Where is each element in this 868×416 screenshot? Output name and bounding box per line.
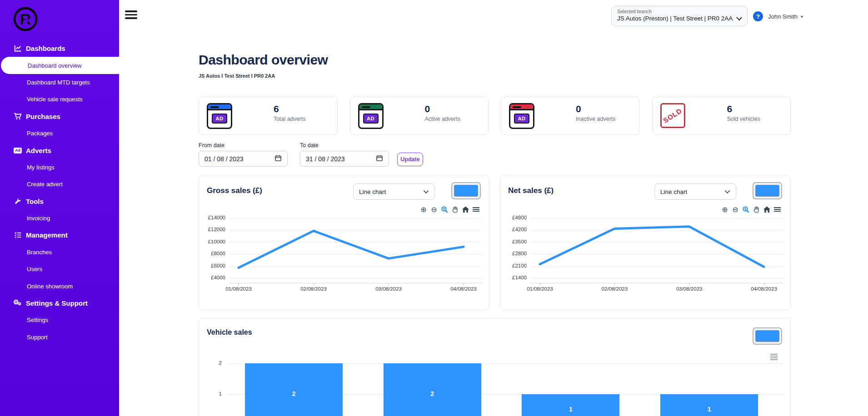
caret-down-icon: ▾ (801, 14, 803, 19)
date-filters: From date 01 / 08 / 2023 To date 31 / 08… (199, 142, 517, 169)
series-color-swatch-button[interactable] (753, 327, 782, 345)
stat-card-sold-vehicles: SOLD 6 Sold vehicles (652, 97, 791, 135)
chart-type-select[interactable]: Line chart (353, 183, 435, 200)
stat-label: Inactive adverts (576, 116, 616, 122)
chevron-down-icon (736, 15, 743, 23)
advert-window-red-icon: AD (509, 103, 534, 129)
home-icon[interactable] (763, 205, 771, 213)
series-color-swatch-button[interactable] (753, 182, 782, 199)
zoom-out-icon[interactable]: ⊖ (731, 205, 739, 213)
stat-card-inactive-adverts: AD 0 Inactive adverts (501, 97, 640, 135)
advert-window-green-icon: AD (358, 103, 384, 129)
branch-selector-label: Selected branch (617, 9, 733, 14)
checklist-icon (14, 231, 22, 239)
chevron-down-icon (724, 190, 730, 194)
sidebar-section-purchases: Purchases (0, 108, 119, 125)
calendar-icon[interactable] (274, 154, 282, 163)
to-date-input[interactable]: 31 / 08 / 2023 (300, 151, 389, 167)
pan-hand-icon[interactable] (451, 205, 459, 213)
sidebar-item-users[interactable]: Users (0, 261, 119, 277)
topbar: Selected branch JS Autos (Preston) | Tes… (119, 0, 868, 39)
hamburger-icon[interactable] (125, 10, 138, 20)
stat-card-total-adverts: AD 6 Total adverts (199, 97, 338, 135)
menu-icon[interactable] (472, 205, 480, 213)
series-color-swatch-button[interactable] (451, 182, 481, 199)
sold-stamp-icon: SOLD (660, 103, 685, 128)
menu-icon[interactable] (773, 205, 781, 213)
sidebar-nav: Dashboards Dashboard overview Dashboard … (0, 40, 119, 346)
brand-logo-icon: R (12, 6, 39, 32)
stat-label: Sold vehicles (727, 116, 760, 122)
sidebar-item-dashboard-mtd-targets[interactable]: Dashboard MTD targets (0, 74, 119, 91)
chart-title: Gross sales (£) (207, 186, 262, 195)
section-label: Adverts (26, 147, 51, 154)
stats-row: AD 6 Total adverts AD 0 Active adverts (199, 97, 791, 135)
stat-label: Total adverts (274, 116, 306, 122)
app-root: R Dashboards Dashboard overview Dashboar… (0, 0, 868, 416)
advert-window-blue-icon: AD (207, 103, 232, 129)
sidebar-section-settings-support: ⚙⚙ Settings & Support (0, 295, 119, 312)
sidebar-item-dashboard-overview[interactable]: Dashboard overview (1, 57, 119, 74)
cart-icon (14, 112, 22, 120)
to-date-label: To date (300, 142, 389, 149)
sidebar-item-my-listings[interactable]: My listings (0, 159, 119, 176)
branch-selector-value: JS Autos (Preston) | Test Street | PR0 2… (617, 15, 733, 22)
sidebar-section-dashboards: Dashboards (0, 40, 119, 57)
chart-toolbar: ⊕ ⊖ (721, 205, 781, 213)
chart-toolbar: ⊕ ⊖ (419, 205, 480, 213)
stat-value: 0 (424, 104, 460, 114)
brand-logo[interactable]: R (12, 6, 39, 32)
update-button[interactable]: Update (397, 153, 423, 166)
user-menu[interactable]: John Smith ▾ (768, 13, 803, 20)
section-label: Purchases (26, 113, 60, 120)
stat-label: Active adverts (424, 116, 460, 122)
stat-card-active-adverts: AD 0 Active adverts (350, 97, 489, 135)
gross-sales-chart-card: £4000£6000£8000£10000£12000£1400001/08/2… (199, 175, 489, 310)
sidebar-item-support[interactable]: Support (0, 329, 119, 346)
pan-hand-icon[interactable] (752, 205, 760, 213)
sidebar-item-create-advert[interactable]: Create advert (0, 176, 119, 193)
gears-icon: ⚙⚙ (14, 299, 22, 307)
main-content: Dashboard overview JS Autos I Test Stree… (119, 39, 868, 416)
gross-sales-plot: £4000£6000£8000£10000£12000£1400001/08/2… (199, 175, 489, 310)
from-date-label: From date (199, 142, 288, 149)
zoom-in-icon[interactable]: ⊕ (419, 205, 428, 213)
chart-title: Net sales (£) (508, 186, 554, 195)
page-subtitle: JS Autos I Test Street I PR0 2AA (199, 73, 275, 79)
sidebar-item-vehicle-sale-requests[interactable]: Vehicle sale requests (0, 91, 119, 108)
zoom-in-icon[interactable]: ⊕ (721, 205, 729, 213)
wrench-icon (14, 197, 22, 205)
sidebar-item-online-showroom[interactable]: Online showroom (0, 277, 119, 294)
net-sales-plot: £1400£2100£2800£3500£4200£490001/08/2023… (500, 175, 790, 310)
stat-value: 6 (274, 104, 306, 114)
menu-icon[interactable] (770, 353, 778, 361)
chart-type-select[interactable]: Line chart (654, 183, 736, 200)
branch-selector[interactable]: Selected branch JS Autos (Preston) | Tes… (611, 6, 748, 26)
sidebar-item-packages[interactable]: Packages (0, 125, 119, 142)
user-name: John Smith (768, 13, 798, 20)
page-title: Dashboard overview (199, 52, 328, 68)
chevron-down-icon (423, 190, 429, 194)
box-zoom-icon[interactable] (440, 205, 449, 213)
charts-row: £4000£6000£8000£10000£12000£1400001/08/2… (199, 175, 791, 310)
sidebar-section-management: Management (0, 227, 119, 243)
home-icon[interactable] (461, 205, 469, 213)
zoom-out-icon[interactable]: ⊖ (430, 205, 438, 213)
net-sales-chart-card: £1400£2100£2800£3500£4200£490001/08/2023… (500, 175, 791, 310)
vehicle-sales-chart-card: 212211 Vehicle sales (199, 318, 791, 416)
sidebar-item-branches[interactable]: Branches (0, 244, 119, 261)
calendar-icon[interactable] (376, 154, 383, 163)
line-chart-icon (14, 45, 22, 53)
ad-badge-icon: Ad (14, 146, 22, 154)
section-label: Tools (26, 198, 44, 205)
help-icon[interactable]: ? (753, 11, 763, 21)
vehicle-sales-plot: 212211 (199, 318, 790, 416)
sidebar-item-invoicing[interactable]: Invoicing (0, 210, 119, 227)
stat-value: 6 (727, 104, 760, 114)
stat-value: 0 (576, 104, 616, 114)
from-date-input[interactable]: 01 / 08 / 2023 (199, 151, 288, 167)
box-zoom-icon[interactable] (742, 205, 750, 213)
chart-title: Vehicle sales (207, 328, 252, 337)
sidebar-item-settings[interactable]: Settings (0, 312, 119, 328)
sidebar: R Dashboards Dashboard overview Dashboar… (0, 0, 119, 416)
